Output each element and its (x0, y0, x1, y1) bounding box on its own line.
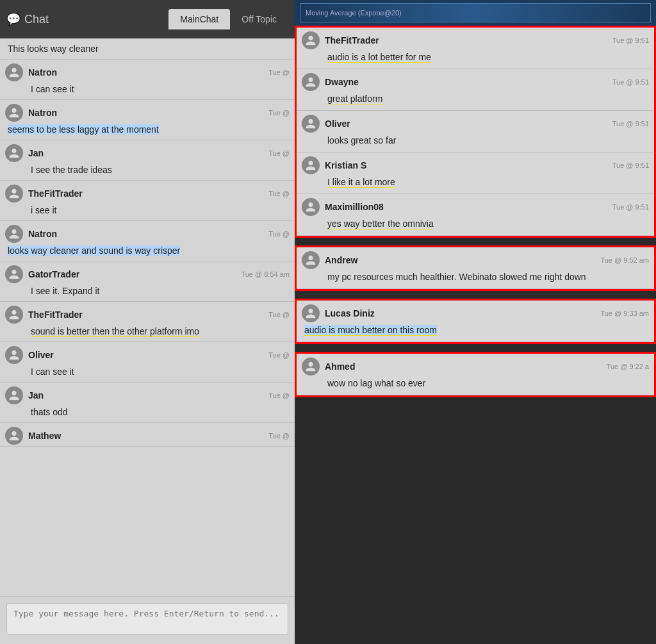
chart-area: Moving Average (Expone@20) (295, 0, 656, 26)
message-text: I see the trade ideas (0, 163, 295, 180)
avatar (5, 306, 23, 324)
timestamp: Tue @ 9:52 am (600, 256, 649, 264)
message-block: Kristian S Tue @ 9:51 I like it a lot mo… (297, 153, 654, 194)
timestamp: Tue @ 8:54 am (241, 270, 290, 278)
avatar (302, 304, 320, 322)
message-block: TheFitTrader Tue @ 9:51 audio is a lot b… (297, 28, 654, 69)
timestamp: Tue @ (268, 109, 290, 117)
user-icon (305, 35, 316, 46)
highlighted-underlined-text: audio is much better on this room (304, 325, 437, 335)
user-icon (8, 430, 20, 442)
message-header: TheFitTrader Tue @ (0, 302, 295, 325)
message-block: Natron Tue @ seems to be less laggy at t… (0, 100, 295, 140)
message-header: Natron Tue @ (0, 221, 295, 244)
message-text: looks way cleaner and sound is way crisp… (0, 244, 295, 261)
message-header: GatorTrader Tue @ 8:54 am (0, 261, 295, 285)
message-text: seems to be less laggy at the moment (0, 123, 295, 140)
message-text: looks great so far (297, 134, 654, 152)
username: Oliver (325, 119, 607, 129)
chat-input[interactable] (6, 603, 288, 635)
message-block: Natron Tue @ looks way cleaner and sound… (0, 221, 295, 261)
message-header: Jan Tue @ (0, 383, 295, 406)
message-header: Kristian S Tue @ 9:51 (297, 153, 654, 176)
timestamp: Tue @ 9:33 am (600, 310, 649, 317)
user-icon (305, 118, 316, 129)
user-icon (8, 309, 20, 320)
user-icon (8, 188, 20, 199)
user-icon (305, 254, 316, 266)
chart-placeholder: Moving Average (Expone@20) (300, 3, 651, 22)
timestamp: Tue @ (268, 230, 290, 238)
avatar (5, 144, 23, 162)
message-text: audio is much better on this room (297, 324, 654, 342)
message-header: Natron Tue @ (0, 60, 295, 83)
message-text: I like it a lot more (297, 176, 654, 194)
user-icon (305, 201, 316, 213)
message-block: Ahmed Tue @ 9:22 a wow no lag what so ev… (297, 354, 654, 395)
avatar (5, 185, 23, 202)
message-block: GatorTrader Tue @ 8:54 am I see it. Expa… (0, 261, 295, 302)
user-icon (8, 67, 20, 78)
message-block: Jan Tue @ I see the trade ideas (0, 140, 295, 181)
tab-bar: MainChat Off Topic (168, 9, 288, 29)
underlined-text: sound is better then the other platform … (31, 326, 199, 336)
message-text: my pc resources much healthier. Webinato… (297, 270, 654, 288)
first-message: This looks way cleaner (0, 38, 295, 60)
avatar (302, 31, 320, 49)
avatar (5, 225, 23, 243)
highlighted-text: seems to be less laggy at the moment (8, 124, 159, 135)
username: Ahmed (325, 361, 602, 372)
user-icon (305, 76, 316, 88)
username: Kristian S (325, 160, 607, 170)
avatar (5, 427, 23, 445)
message-header: Oliver Tue @ (0, 342, 295, 365)
username: Andrew (325, 255, 595, 265)
timestamp: Tue @ 9:22 a (607, 363, 649, 370)
first-message-text: This looks way cleaner (8, 44, 99, 54)
message-header: Maximillion08 Tue @ 9:51 (297, 194, 654, 217)
message-block: TheFitTrader Tue @ i see it (0, 181, 295, 221)
timestamp: Tue @ 9:51 (612, 120, 649, 128)
red-section-4: Ahmed Tue @ 9:22 a wow no lag what so ev… (295, 352, 656, 397)
message-text: I can see it (0, 83, 295, 99)
username: Natron (28, 67, 263, 78)
left-chat-panel: 💬 Chat MainChat Off Topic This looks way… (0, 0, 295, 644)
message-text: sound is better then the other platform … (0, 325, 295, 342)
user-icon (305, 160, 316, 171)
user-icon (8, 147, 20, 159)
message-text: yes way better the omnivia (297, 217, 654, 235)
timestamp: Tue @ (268, 392, 290, 399)
message-text: i see it (0, 204, 295, 220)
username: Dwayne (325, 77, 607, 87)
chart-text: Moving Average (Expone@20) (306, 9, 402, 17)
avatar (5, 265, 23, 283)
user-icon (8, 107, 20, 119)
tab-mainchat[interactable]: MainChat (168, 9, 230, 29)
message-header: TheFitTrader Tue @ (0, 181, 295, 204)
user-icon (305, 308, 316, 319)
message-block: Oliver Tue @ 9:51 looks great so far (297, 111, 654, 153)
message-header: TheFitTrader Tue @ 9:51 (297, 28, 654, 51)
red-section-2: Andrew Tue @ 9:52 am my pc resources muc… (295, 245, 656, 291)
message-block: Dwayne Tue @ 9:51 great platform (297, 69, 654, 111)
username: Jan (28, 390, 263, 400)
username: GatorTrader (28, 269, 236, 279)
right-panel: Moving Average (Expone@20) TheFitTrader … (295, 0, 656, 644)
message-block: TheFitTrader Tue @ sound is better then … (0, 302, 295, 342)
message-text: thats odd (0, 406, 295, 422)
tab-offtopic[interactable]: Off Topic (230, 9, 288, 29)
message-block: Natron Tue @ I can see it (0, 60, 295, 100)
message-text: audio is a lot better for me (297, 51, 654, 69)
message-block: Lucas Diniz Tue @ 9:33 am audio is much … (297, 301, 654, 342)
message-header: Oliver Tue @ 9:51 (297, 111, 654, 134)
user-icon (8, 349, 20, 361)
username: Jan (28, 148, 263, 158)
avatar (302, 73, 320, 91)
black-divider (295, 291, 656, 299)
avatar (5, 104, 23, 122)
underlined-text: audio is a lot better for me (327, 52, 431, 62)
user-icon (8, 228, 20, 240)
message-block: Andrew Tue @ 9:52 am my pc resources muc… (297, 247, 654, 289)
message-block: Oliver Tue @ I can see it (0, 342, 295, 383)
avatar (302, 115, 320, 133)
